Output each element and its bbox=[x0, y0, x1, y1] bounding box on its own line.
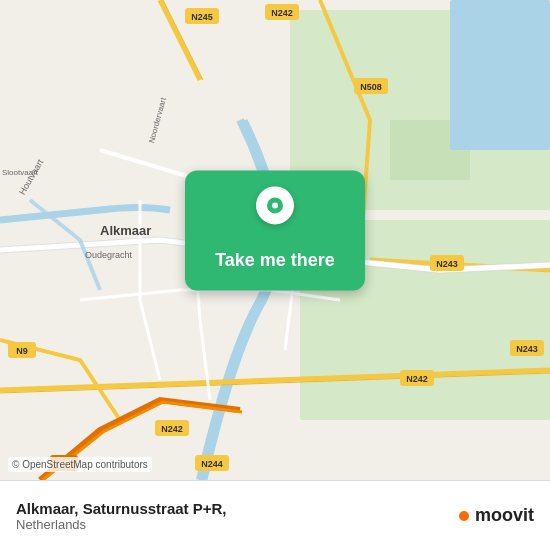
svg-text:Slootvaart: Slootvaart bbox=[2, 168, 39, 177]
location-name: Alkmaar, Saturnusstraat P+R, bbox=[16, 500, 459, 517]
svg-text:N242: N242 bbox=[271, 8, 293, 18]
map-container: N245 N242 N242 N242 N243 N243 N508 N9 A9… bbox=[0, 0, 550, 480]
location-country: Netherlands bbox=[16, 517, 459, 532]
footer-location-info: Alkmaar, Saturnusstraat P+R, Netherlands bbox=[16, 500, 459, 532]
location-pin-icon bbox=[256, 186, 294, 224]
svg-text:N245: N245 bbox=[191, 12, 213, 22]
svg-text:N243: N243 bbox=[516, 344, 538, 354]
svg-text:Alkmaar: Alkmaar bbox=[100, 223, 151, 238]
svg-text:N9: N9 bbox=[16, 346, 28, 356]
svg-text:N243: N243 bbox=[436, 259, 458, 269]
svg-text:N508: N508 bbox=[360, 82, 382, 92]
take-me-there-button[interactable]: Take me there bbox=[185, 170, 365, 290]
svg-text:N242: N242 bbox=[161, 424, 183, 434]
take-me-there-label: Take me there bbox=[215, 251, 335, 273]
svg-text:Oudegracht: Oudegracht bbox=[85, 250, 133, 260]
footer-bar: Alkmaar, Saturnusstraat P+R, Netherlands… bbox=[0, 480, 550, 550]
osm-attribution: © OpenStreetMap contributors bbox=[8, 457, 152, 472]
moovit-logo: moovit bbox=[459, 505, 534, 526]
svg-text:N242: N242 bbox=[406, 374, 428, 384]
svg-rect-5 bbox=[460, 30, 550, 110]
moovit-dot-icon bbox=[459, 511, 469, 521]
moovit-logo-text: moovit bbox=[475, 505, 534, 526]
svg-text:N244: N244 bbox=[201, 459, 223, 469]
